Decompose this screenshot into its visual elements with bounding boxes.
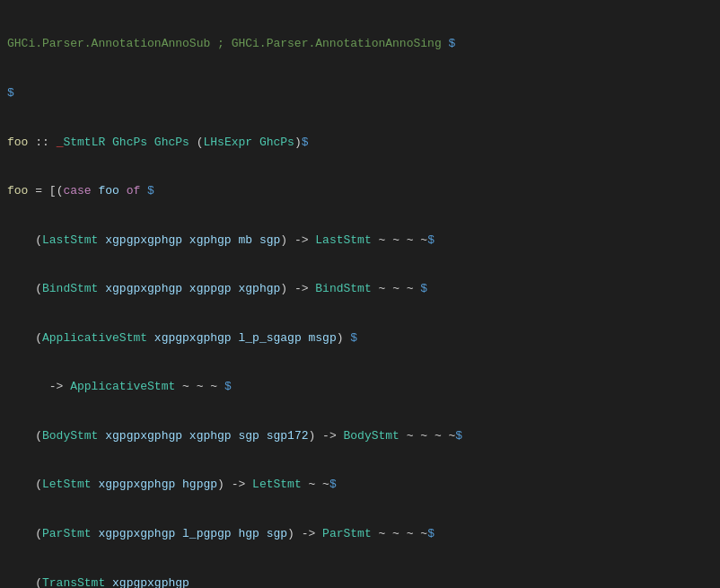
line-1: GHCi.Parser.AnnotationAnnoSub ; GHCi.Par…: [0, 36, 720, 52]
line-5: (LastStmt xgpgpxgphgp xgphgp mb sgp) -> …: [0, 233, 720, 249]
line-4: foo = [(case foo of $: [0, 183, 720, 199]
line-10: (LetStmt xgpgpxgphgp hgpgp) -> LetStmt ~…: [0, 477, 720, 493]
line-8: -> ApplicativeStmt ~ ~ ~ $: [0, 379, 720, 395]
line-12: (TransStmt xgpgpxgphgp: [0, 575, 720, 588]
line-9: (BodyStmt xgpgpxgphgp xgphgp sgp sgp172)…: [0, 428, 720, 444]
line-2: $: [0, 85, 720, 101]
line-11: (ParStmt xgpgpxgphgp l_pgpgp hgp sgp) ->…: [0, 526, 720, 542]
line-7: (ApplicativeStmt xgpgpxgphgp l_p_sgagp m…: [0, 330, 720, 347]
line-6: (BindStmt xgpgpxgphgp xgppgp xgphgp) -> …: [0, 281, 720, 297]
line-3: foo :: _StmtLR GhcPs GhcPs (LHsExpr GhcP…: [0, 135, 720, 151]
code-editor: GHCi.Parser.AnnotationAnnoSub ; GHCi.Par…: [0, 0, 720, 588]
